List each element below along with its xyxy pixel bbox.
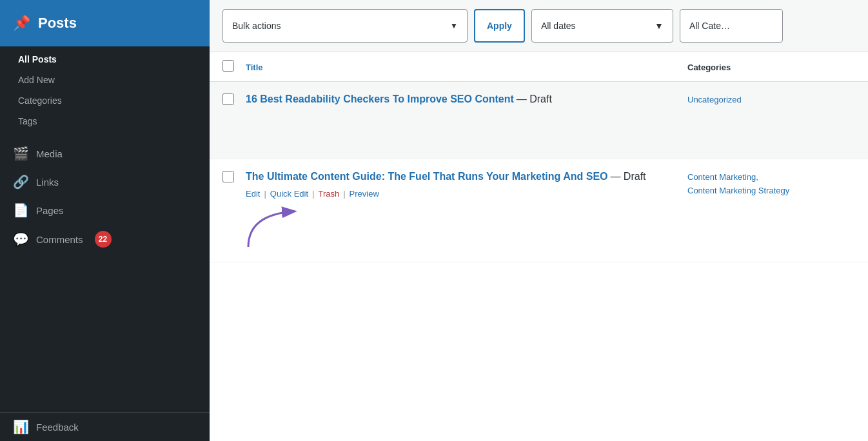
bulk-actions-dropdown[interactable]: Bulk actions ▼ [222, 9, 468, 43]
media-icon: 🎬 [13, 146, 28, 161]
post-content-2: The Ultimate Content Guide: The Fuel Tha… [246, 170, 687, 199]
post-checkbox-2[interactable] [222, 171, 234, 182]
pages-icon: 📄 [13, 202, 28, 218]
post-status-2: — Draft [610, 171, 646, 182]
all-categories-dropdown[interactable]: All Cate… [680, 9, 783, 43]
table-row: 16 Best Readability Checkers To Improve … [210, 82, 868, 159]
post-actions-2: Edit | Quick Edit | Trash | Preview [246, 189, 687, 199]
sidebar-item-links[interactable]: 🔗 Links [0, 168, 210, 196]
post-title-link-2[interactable]: The Ultimate Content Guide: The Fuel Tha… [246, 171, 608, 182]
main-content: Bulk actions ▼ Apply All dates ▼ All Cat… [210, 0, 868, 441]
sidebar-item-comments[interactable]: 💬 Comments 22 [0, 224, 210, 254]
row-checkbox-cell-1 [222, 92, 246, 107]
header-checkbox-cell [222, 60, 246, 74]
sidebar-item-add-new[interactable]: Add New [0, 70, 210, 90]
title-column-header: Title [246, 62, 687, 72]
sidebar-item-pages-label: Pages [36, 205, 64, 216]
categories-column-header: Categories [687, 62, 855, 72]
table-header: Title Categories [210, 52, 868, 82]
sidebar-title: Posts [38, 15, 77, 32]
separator-2: | [312, 189, 314, 199]
all-dates-chevron-icon: ▼ [655, 21, 664, 31]
post-title-1: 16 Best Readability Checkers To Improve … [246, 92, 687, 106]
pin-icon: 📌 [13, 15, 30, 32]
separator-3: | [343, 189, 345, 199]
sidebar-item-links-label: Links [36, 177, 59, 188]
post-status-1: — Draft [517, 93, 552, 104]
bulk-actions-label: Bulk actions [232, 21, 281, 31]
posts-table: 16 Best Readability Checkers To Improve … [210, 82, 868, 441]
apply-button[interactable]: Apply [474, 9, 525, 43]
sidebar: 📌 Posts All Posts Add New Categories Tag… [0, 0, 210, 441]
sidebar-item-tags[interactable]: Tags [0, 111, 210, 132]
sidebar-feedback-section: 📊 Feedback [0, 412, 210, 441]
feedback-icon: 📊 [13, 419, 28, 435]
trash-link-2[interactable]: Trash [318, 189, 339, 199]
post-content-1: 16 Best Readability Checkers To Improve … [246, 92, 687, 106]
category-link-uncategorized[interactable]: Uncategorized [687, 95, 742, 104]
preview-link-2[interactable]: Preview [350, 189, 379, 199]
categories-col-label: Categories [687, 63, 731, 72]
separator-1: | [264, 189, 266, 199]
title-sort-link[interactable]: Title [246, 63, 263, 72]
post-categories-1: Uncategorized [687, 92, 855, 107]
sidebar-item-all-posts[interactable]: All Posts [0, 49, 210, 70]
arrow-annotation [235, 202, 313, 255]
post-categories-2: Content Marketing, Content Marketing Str… [687, 170, 855, 198]
post-checkbox-1[interactable] [222, 93, 234, 105]
sidebar-item-feedback-label: Feedback [36, 422, 79, 433]
bulk-actions-chevron-icon: ▼ [450, 21, 458, 30]
sidebar-item-feedback[interactable]: 📊 Feedback [0, 413, 210, 441]
all-categories-label: All Cate… [689, 21, 730, 31]
category-link-content-marketing[interactable]: Content Marketing, [687, 172, 758, 182]
category-link-content-marketing-strategy[interactable]: Content Marketing Strategy [687, 186, 789, 195]
sidebar-item-media[interactable]: 🎬 Media [0, 139, 210, 168]
toolbar: Bulk actions ▼ Apply All dates ▼ All Cat… [210, 0, 868, 52]
links-icon: 🔗 [13, 174, 28, 190]
post-title-2: The Ultimate Content Guide: The Fuel Tha… [246, 170, 687, 184]
comments-icon: 💬 [13, 231, 28, 247]
sidebar-header: 📌 Posts [0, 0, 210, 46]
quick-edit-link-2[interactable]: Quick Edit [270, 189, 308, 199]
sidebar-item-pages[interactable]: 📄 Pages [0, 196, 210, 224]
row-checkbox-cell-2 [222, 170, 246, 184]
all-dates-dropdown[interactable]: All dates ▼ [531, 9, 673, 43]
posts-submenu: All Posts Add New Categories Tags [0, 46, 210, 134]
sidebar-item-comments-label: Comments [36, 234, 83, 245]
arrow-svg [235, 202, 313, 253]
sidebar-item-media-label: Media [36, 148, 63, 159]
all-dates-label: All dates [541, 21, 576, 31]
select-all-checkbox[interactable] [222, 60, 234, 72]
sidebar-nav: 🎬 Media 🔗 Links 📄 Pages 💬 Comments 22 [0, 134, 210, 412]
edit-link-2[interactable]: Edit [246, 189, 260, 199]
sidebar-item-categories[interactable]: Categories [0, 90, 210, 111]
table-row: The Ultimate Content Guide: The Fuel Tha… [210, 159, 868, 262]
post-title-link-1[interactable]: 16 Best Readability Checkers To Improve … [246, 93, 514, 104]
comments-badge: 22 [95, 231, 112, 248]
